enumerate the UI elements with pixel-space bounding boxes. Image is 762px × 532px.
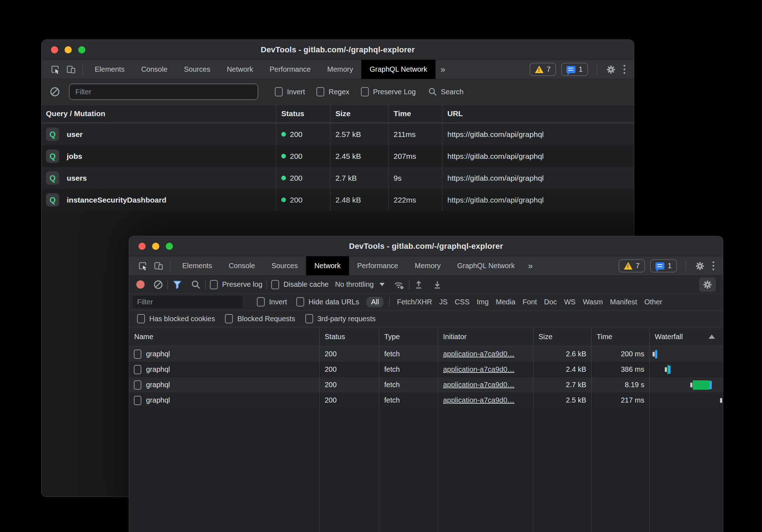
tab-console[interactable]: Console [133, 60, 175, 79]
warnings-badge[interactable]: 7 [530, 63, 556, 76]
column-initiator[interactable]: Initiator [438, 327, 533, 346]
filter-input[interactable] [69, 84, 258, 100]
regex-checkbox-group[interactable]: Regex [316, 87, 349, 96]
type-filter-wasm[interactable]: Wasm [583, 298, 603, 306]
throttling-dropdown[interactable]: No throttling [335, 280, 385, 289]
disable-cache-checkbox-group[interactable]: Disable cache [271, 280, 329, 289]
more-tabs-icon[interactable]: » [523, 256, 538, 275]
close-window-button[interactable] [138, 243, 146, 250]
initiator-link[interactable]: application-a7ca9d0… [443, 350, 514, 358]
zoom-window-button[interactable] [166, 243, 173, 250]
table-row[interactable]: graphql 200 fetch application-a7ca9d0… 2… [129, 362, 723, 377]
tab-network[interactable]: Network [218, 60, 261, 79]
table-row[interactable]: QinstanceSecurityDashboard 200 2.48 kB 2… [42, 189, 634, 211]
tab-sources[interactable]: Sources [176, 60, 218, 79]
initiator-link[interactable]: application-a7ca9d0… [443, 396, 514, 404]
inspect-element-icon[interactable] [135, 256, 151, 275]
column-type[interactable]: Type [379, 327, 438, 346]
device-toolbar-icon[interactable] [63, 60, 79, 79]
minimize-window-button[interactable] [65, 46, 72, 53]
issues-badge[interactable]: 1 [561, 63, 588, 76]
tab-elements[interactable]: Elements [174, 256, 220, 275]
import-har-icon[interactable] [414, 280, 424, 290]
table-row[interactable]: graphql 200 fetch application-a7ca9d0… 2… [129, 346, 723, 362]
kebab-menu-icon[interactable] [621, 65, 627, 74]
tab-memory[interactable]: Memory [319, 60, 361, 79]
has-blocked-cookies-checkbox-group[interactable]: Has blocked cookies [137, 314, 215, 323]
kebab-menu-icon[interactable] [710, 261, 716, 270]
tab-console[interactable]: Console [220, 256, 263, 275]
titlebar[interactable]: DevTools - gitlab.com/-/graphql-explorer [42, 40, 634, 60]
tab-network[interactable]: Network [306, 256, 349, 275]
inspect-element-icon[interactable] [47, 60, 63, 79]
table-row[interactable]: Quser 200 2.57 kB 211ms https://gitlab.c… [42, 123, 634, 145]
type-filter-doc[interactable]: Doc [544, 298, 557, 306]
type-filter-css[interactable]: CSS [455, 298, 470, 306]
preserve-log-checkbox[interactable] [361, 87, 369, 96]
network-conditions-icon[interactable] [393, 279, 405, 290]
filter-input[interactable] [133, 296, 243, 308]
tab-elements[interactable]: Elements [86, 60, 133, 79]
preserve-log-checkbox[interactable] [210, 280, 218, 289]
search-icon[interactable] [191, 280, 201, 290]
hide-data-urls-checkbox-group[interactable]: Hide data URLs [296, 297, 359, 307]
column-query-mutation[interactable]: Query / Mutation [42, 105, 276, 123]
type-filter-all[interactable]: All [366, 297, 384, 307]
invert-checkbox-group[interactable]: Invert [257, 297, 287, 307]
titlebar[interactable]: DevTools - gitlab.com/-/graphql-explorer [129, 236, 723, 256]
search-control[interactable]: Search [428, 87, 464, 96]
blocked-requests-checkbox[interactable] [225, 314, 233, 323]
invert-checkbox[interactable] [257, 297, 265, 307]
type-filter-manifest[interactable]: Manifest [610, 298, 637, 306]
record-button[interactable] [136, 280, 145, 289]
initiator-link[interactable]: application-a7ca9d0… [443, 365, 514, 374]
tab-graphql-network[interactable]: GraphQL Network [361, 60, 435, 79]
table-row[interactable]: Qusers 200 2.7 kB 9s https://gitlab.com/… [42, 167, 634, 189]
hide-data-urls-checkbox[interactable] [296, 297, 304, 307]
tab-performance[interactable]: Performance [349, 256, 407, 275]
row-checkbox[interactable] [134, 380, 141, 390]
disable-cache-checkbox[interactable] [271, 280, 279, 289]
type-filter-ws[interactable]: WS [564, 298, 575, 306]
table-row[interactable]: graphql 200 fetch application-a7ca9d0… 2… [129, 393, 723, 408]
minimize-window-button[interactable] [152, 243, 159, 250]
device-toolbar-icon[interactable] [151, 256, 166, 275]
preserve-log-checkbox-group[interactable]: Preserve Log [361, 87, 416, 96]
row-checkbox[interactable] [134, 365, 141, 374]
column-time[interactable]: Time [389, 105, 442, 123]
row-checkbox[interactable] [134, 350, 141, 359]
zoom-window-button[interactable] [78, 46, 85, 53]
column-time[interactable]: Time [592, 327, 650, 346]
issues-badge[interactable]: 1 [650, 259, 677, 272]
third-party-requests-checkbox[interactable] [305, 314, 313, 323]
type-filter-media[interactable]: Media [496, 298, 515, 306]
type-filter-fetch-xhr[interactable]: Fetch/XHR [397, 298, 432, 306]
tab-sources[interactable]: Sources [263, 256, 306, 275]
blocked-requests-checkbox-group[interactable]: Blocked Requests [225, 314, 295, 323]
type-filter-img[interactable]: Img [477, 298, 489, 306]
tab-graphql-network[interactable]: GraphQL Network [449, 256, 523, 275]
preserve-log-checkbox-group[interactable]: Preserve log [210, 280, 262, 289]
row-checkbox[interactable] [134, 396, 141, 405]
third-party-requests-checkbox-group[interactable]: 3rd-party requests [305, 314, 376, 323]
column-size[interactable]: Size [330, 105, 389, 123]
filter-funnel-icon[interactable] [172, 280, 182, 290]
regex-checkbox[interactable] [316, 87, 324, 96]
block-icon[interactable] [50, 86, 60, 97]
settings-gear-icon[interactable] [695, 261, 705, 271]
invert-checkbox-group[interactable]: Invert [275, 87, 305, 96]
more-tabs-icon[interactable]: » [436, 60, 450, 79]
invert-checkbox[interactable] [275, 87, 283, 96]
settings-gear-icon[interactable] [606, 64, 616, 75]
tab-memory[interactable]: Memory [406, 256, 449, 275]
tab-performance[interactable]: Performance [262, 60, 319, 79]
has-blocked-cookies-checkbox[interactable] [137, 314, 145, 323]
export-har-icon[interactable] [432, 280, 442, 290]
clear-icon[interactable] [153, 280, 163, 290]
network-settings-button[interactable] [699, 277, 716, 292]
type-filter-other[interactable]: Other [644, 298, 662, 306]
initiator-link[interactable]: application-a7ca9d0… [443, 381, 514, 389]
column-url[interactable]: URL [442, 105, 634, 123]
close-window-button[interactable] [51, 46, 58, 53]
table-row[interactable]: Qjobs 200 2.45 kB 207ms https://gitlab.c… [42, 145, 634, 167]
